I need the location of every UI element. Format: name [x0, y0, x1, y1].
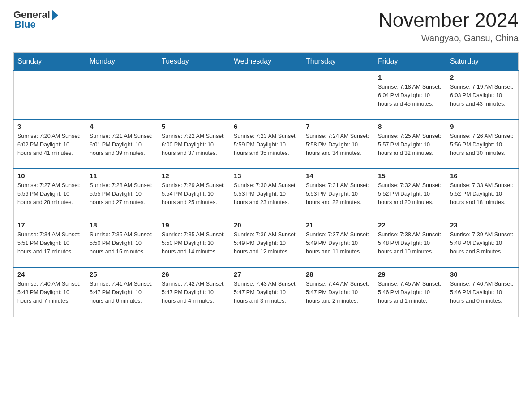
day-info: Sunrise: 7:40 AM Sunset: 5:48 PM Dayligh…	[17, 280, 82, 305]
calendar-cell: 26Sunrise: 7:42 AM Sunset: 5:47 PM Dayli…	[158, 267, 230, 317]
day-info: Sunrise: 7:27 AM Sunset: 5:56 PM Dayligh…	[17, 181, 82, 206]
day-number: 2	[450, 73, 515, 81]
calendar-cell: 27Sunrise: 7:43 AM Sunset: 5:47 PM Dayli…	[230, 267, 302, 317]
calendar-week-row-2: 3Sunrise: 7:20 AM Sunset: 6:02 PM Daylig…	[14, 120, 519, 169]
calendar-cell: 20Sunrise: 7:36 AM Sunset: 5:49 PM Dayli…	[230, 218, 302, 267]
calendar-cell: 19Sunrise: 7:35 AM Sunset: 5:50 PM Dayli…	[158, 218, 230, 267]
day-info: Sunrise: 7:33 AM Sunset: 5:52 PM Dayligh…	[450, 181, 515, 206]
calendar-cell: 21Sunrise: 7:37 AM Sunset: 5:49 PM Dayli…	[302, 218, 374, 267]
calendar-cell: 25Sunrise: 7:41 AM Sunset: 5:47 PM Dayli…	[86, 267, 158, 317]
day-info: Sunrise: 7:23 AM Sunset: 5:59 PM Dayligh…	[234, 132, 298, 157]
day-number: 1	[378, 73, 442, 81]
day-info: Sunrise: 7:35 AM Sunset: 5:50 PM Dayligh…	[90, 231, 154, 256]
calendar-cell: 22Sunrise: 7:38 AM Sunset: 5:48 PM Dayli…	[374, 218, 446, 267]
day-number: 14	[306, 172, 370, 180]
calendar-cell: 8Sunrise: 7:25 AM Sunset: 5:57 PM Daylig…	[374, 120, 446, 169]
calendar-cell: 14Sunrise: 7:31 AM Sunset: 5:53 PM Dayli…	[302, 169, 374, 218]
day-number: 29	[378, 270, 442, 278]
day-number: 28	[306, 270, 370, 278]
day-number: 17	[17, 221, 82, 229]
calendar-header-monday: Monday	[86, 53, 158, 71]
day-info: Sunrise: 7:35 AM Sunset: 5:50 PM Dayligh…	[162, 231, 226, 256]
calendar-cell	[158, 70, 230, 120]
day-info: Sunrise: 7:18 AM Sunset: 6:04 PM Dayligh…	[378, 83, 442, 108]
calendar-cell: 4Sunrise: 7:21 AM Sunset: 6:01 PM Daylig…	[86, 120, 158, 169]
day-info: Sunrise: 7:41 AM Sunset: 5:47 PM Dayligh…	[90, 280, 154, 305]
calendar-cell: 29Sunrise: 7:45 AM Sunset: 5:46 PM Dayli…	[374, 267, 446, 317]
calendar-cell: 13Sunrise: 7:30 AM Sunset: 5:53 PM Dayli…	[230, 169, 302, 218]
calendar-cell: 18Sunrise: 7:35 AM Sunset: 5:50 PM Dayli…	[86, 218, 158, 267]
calendar-header-sunday: Sunday	[14, 53, 86, 71]
day-number: 3	[17, 123, 82, 130]
day-number: 9	[450, 123, 515, 130]
calendar-cell: 15Sunrise: 7:32 AM Sunset: 5:52 PM Dayli…	[374, 169, 446, 218]
calendar-table: SundayMondayTuesdayWednesdayThursdayFrid…	[13, 52, 519, 317]
page-header: General Blue November 2024 Wangyao, Gans…	[13, 9, 519, 43]
day-info: Sunrise: 7:39 AM Sunset: 5:48 PM Dayligh…	[450, 231, 515, 256]
day-number: 16	[450, 172, 515, 180]
day-info: Sunrise: 7:26 AM Sunset: 5:56 PM Dayligh…	[450, 132, 515, 157]
calendar-week-row-1: 1Sunrise: 7:18 AM Sunset: 6:04 PM Daylig…	[14, 70, 519, 120]
calendar-cell: 5Sunrise: 7:22 AM Sunset: 6:00 PM Daylig…	[158, 120, 230, 169]
day-number: 26	[162, 270, 226, 278]
day-number: 27	[234, 270, 298, 278]
month-title: November 2024	[378, 9, 519, 31]
day-number: 22	[378, 221, 442, 229]
day-info: Sunrise: 7:30 AM Sunset: 5:53 PM Dayligh…	[234, 181, 298, 206]
calendar-cell: 11Sunrise: 7:28 AM Sunset: 5:55 PM Dayli…	[86, 169, 158, 218]
day-number: 15	[378, 172, 442, 180]
calendar-cell: 9Sunrise: 7:26 AM Sunset: 5:56 PM Daylig…	[446, 120, 519, 169]
day-info: Sunrise: 7:46 AM Sunset: 5:46 PM Dayligh…	[450, 280, 515, 305]
calendar-cell: 16Sunrise: 7:33 AM Sunset: 5:52 PM Dayli…	[446, 169, 519, 218]
day-number: 12	[162, 172, 226, 180]
calendar-cell: 10Sunrise: 7:27 AM Sunset: 5:56 PM Dayli…	[14, 169, 86, 218]
day-number: 30	[450, 270, 515, 278]
day-info: Sunrise: 7:38 AM Sunset: 5:48 PM Dayligh…	[378, 231, 442, 256]
calendar-cell	[86, 70, 158, 120]
day-info: Sunrise: 7:25 AM Sunset: 5:57 PM Dayligh…	[378, 132, 442, 157]
logo-blue-text: Blue	[13, 19, 36, 30]
day-number: 10	[17, 172, 82, 180]
location-text: Wangyao, Gansu, China	[378, 33, 519, 43]
calendar-cell: 12Sunrise: 7:29 AM Sunset: 5:54 PM Dayli…	[158, 169, 230, 218]
logo-arrow-icon	[52, 10, 58, 21]
day-info: Sunrise: 7:19 AM Sunset: 6:03 PM Dayligh…	[450, 83, 515, 108]
title-area: November 2024 Wangyao, Gansu, China	[378, 9, 519, 43]
calendar-cell: 23Sunrise: 7:39 AM Sunset: 5:48 PM Dayli…	[446, 218, 519, 267]
calendar-cell: 6Sunrise: 7:23 AM Sunset: 5:59 PM Daylig…	[230, 120, 302, 169]
day-info: Sunrise: 7:24 AM Sunset: 5:58 PM Dayligh…	[306, 132, 370, 157]
day-number: 6	[234, 123, 298, 130]
day-info: Sunrise: 7:43 AM Sunset: 5:47 PM Dayligh…	[234, 280, 298, 305]
day-number: 4	[90, 123, 154, 130]
day-number: 7	[306, 123, 370, 130]
calendar-cell	[14, 70, 86, 120]
calendar-cell: 7Sunrise: 7:24 AM Sunset: 5:58 PM Daylig…	[302, 120, 374, 169]
calendar-week-row-5: 24Sunrise: 7:40 AM Sunset: 5:48 PM Dayli…	[14, 267, 519, 317]
calendar-cell: 1Sunrise: 7:18 AM Sunset: 6:04 PM Daylig…	[374, 70, 446, 120]
day-number: 21	[306, 221, 370, 229]
calendar-header-row: SundayMondayTuesdayWednesdayThursdayFrid…	[14, 53, 519, 71]
day-info: Sunrise: 7:45 AM Sunset: 5:46 PM Dayligh…	[378, 280, 442, 305]
day-info: Sunrise: 7:22 AM Sunset: 6:00 PM Dayligh…	[162, 132, 226, 157]
calendar-header-saturday: Saturday	[446, 53, 519, 71]
calendar-week-row-4: 17Sunrise: 7:34 AM Sunset: 5:51 PM Dayli…	[14, 218, 519, 267]
day-number: 24	[17, 270, 82, 278]
calendar-header-wednesday: Wednesday	[230, 53, 302, 71]
calendar-cell: 2Sunrise: 7:19 AM Sunset: 6:03 PM Daylig…	[446, 70, 519, 120]
day-info: Sunrise: 7:44 AM Sunset: 5:47 PM Dayligh…	[306, 280, 370, 305]
calendar-cell	[302, 70, 374, 120]
calendar-header-thursday: Thursday	[302, 53, 374, 71]
day-number: 20	[234, 221, 298, 229]
day-info: Sunrise: 7:31 AM Sunset: 5:53 PM Dayligh…	[306, 181, 370, 206]
day-info: Sunrise: 7:36 AM Sunset: 5:49 PM Dayligh…	[234, 231, 298, 256]
day-info: Sunrise: 7:37 AM Sunset: 5:49 PM Dayligh…	[306, 231, 370, 256]
day-info: Sunrise: 7:32 AM Sunset: 5:52 PM Dayligh…	[378, 181, 442, 206]
day-number: 23	[450, 221, 515, 229]
calendar-header-friday: Friday	[374, 53, 446, 71]
logo: General Blue	[13, 9, 58, 30]
calendar-cell: 17Sunrise: 7:34 AM Sunset: 5:51 PM Dayli…	[14, 218, 86, 267]
day-info: Sunrise: 7:20 AM Sunset: 6:02 PM Dayligh…	[17, 132, 82, 157]
day-info: Sunrise: 7:21 AM Sunset: 6:01 PM Dayligh…	[90, 132, 154, 157]
day-info: Sunrise: 7:29 AM Sunset: 5:54 PM Dayligh…	[162, 181, 226, 206]
calendar-cell: 28Sunrise: 7:44 AM Sunset: 5:47 PM Dayli…	[302, 267, 374, 317]
